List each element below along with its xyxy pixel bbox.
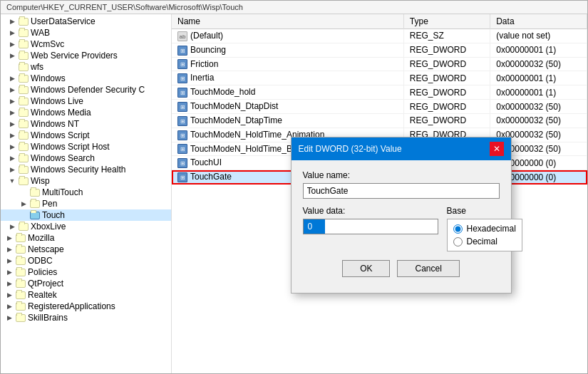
sidebar: UserDataService WAB WcmSvc Web Service P… [1, 14, 172, 373]
sidebar-item-qtproject[interactable]: QtProject [1, 278, 171, 289]
sidebar-item-windows-script[interactable]: Windows Script [1, 130, 171, 141]
arrow-icon [18, 200, 29, 207]
sidebar-item-xboxlive[interactable]: XboxLive [1, 221, 171, 232]
arrow-icon [6, 132, 18, 139]
value-data-label: Value data: [303, 206, 438, 216]
sidebar-item-wab[interactable]: WAB [1, 27, 171, 38]
radio-decimal[interactable]: Decimal [453, 237, 516, 246]
dialog-close-button[interactable]: ✕ [490, 142, 504, 156]
arrow-icon [4, 291, 15, 298]
sidebar-item-odbc[interactable]: ODBC [1, 255, 171, 266]
cancel-button[interactable]: Cancel [397, 260, 459, 277]
sidebar-item-label: ODBC [28, 256, 171, 266]
sidebar-item-label: MultiTouch [42, 187, 171, 197]
sidebar-item-label: WcmSvc [31, 39, 171, 49]
folder-icon [18, 153, 29, 163]
folder-icon [18, 85, 29, 95]
arrow-icon [4, 314, 15, 321]
sidebar-item-windows[interactable]: Windows [1, 73, 171, 84]
sidebar-item-label: UserDataService [31, 16, 171, 26]
folder-icon [18, 16, 29, 26]
folder-icon [15, 313, 26, 323]
edit-dword-dialog: Edit DWORD (32-bit) Value ✕ Value name: … [291, 137, 512, 294]
folder-icon [18, 222, 29, 232]
sidebar-item-label: Wisp [31, 176, 171, 186]
sidebar-item-label: Netscape [28, 244, 171, 254]
folder-icon [18, 96, 29, 106]
folder-icon [18, 142, 29, 152]
radio-dec-input[interactable] [453, 237, 463, 246]
folder-icon [29, 210, 41, 220]
ok-button[interactable]: OK [342, 260, 390, 277]
content-area: UserDataService WAB WcmSvc Web Service P… [1, 14, 587, 373]
sidebar-item-multitouch[interactable]: MultiTouch [1, 187, 171, 198]
radio-hex-input[interactable] [453, 224, 463, 234]
arrow-icon [4, 303, 15, 310]
sidebar-item-label: Web Service Providers [31, 51, 171, 61]
sidebar-item-policies[interactable]: Policies [1, 266, 171, 278]
value-name-input[interactable] [303, 183, 500, 199]
folder-icon [15, 244, 26, 254]
folder-icon [18, 165, 29, 175]
sidebar-item-wcmsvc[interactable]: WcmSvc [1, 38, 171, 50]
sidebar-item-registered-apps[interactable]: RegisteredApplications [1, 301, 171, 312]
value-data-box: Value data: 0 [303, 206, 438, 251]
arrow-icon [6, 86, 18, 93]
dialog-titlebar: Edit DWORD (32-bit) Value ✕ [292, 137, 511, 160]
arrow-icon [6, 109, 18, 116]
sidebar-item-wisp[interactable]: Wisp [1, 175, 171, 187]
sidebar-item-label: Windows Script Host [31, 142, 171, 152]
sidebar-item-windows-script-host[interactable]: Windows Script Host [1, 141, 171, 152]
radio-dec-label: Decimal [467, 237, 497, 246]
arrow-icon [6, 41, 18, 48]
sidebar-item-realtek[interactable]: Realtek [1, 289, 171, 301]
arrow-icon [4, 257, 15, 264]
arrow-icon [6, 98, 18, 105]
sidebar-item-user-data-service[interactable]: UserDataService [1, 16, 171, 27]
base-box: Base Hexadecimal Decimal [447, 206, 522, 251]
sidebar-item-skillbrains[interactable]: SkillBrains [1, 312, 171, 323]
folder-icon [18, 39, 29, 49]
radio-hexadecimal[interactable]: Hexadecimal [453, 224, 516, 234]
sidebar-item-windows-security-health[interactable]: Windows Security Health [1, 164, 171, 175]
sidebar-item-web-service-providers[interactable]: Web Service Providers [1, 50, 171, 61]
value-data-input[interactable] [325, 219, 438, 234]
folder-icon [15, 256, 26, 266]
dialog-row: Value data: 0 Base [303, 206, 500, 251]
sidebar-item-pen[interactable]: Pen [1, 198, 171, 209]
sidebar-item-label: Pen [42, 199, 171, 209]
sidebar-item-wfs[interactable]: wfs [1, 61, 171, 73]
folder-icon [15, 301, 26, 311]
sidebar-item-label: XboxLive [31, 222, 171, 232]
folder-icon [18, 176, 29, 186]
sidebar-item-label: Windows Script [31, 130, 171, 140]
sidebar-item-mozilla[interactable]: Mozilla [1, 232, 171, 244]
sidebar-item-windows-search[interactable]: Windows Search [1, 152, 171, 164]
sidebar-item-label: Windows Media [31, 108, 171, 118]
dialog-footer: OK Cancel [303, 260, 500, 284]
dialog-overlay: Edit DWORD (32-bit) Value ✕ Value name: … [172, 14, 587, 373]
sidebar-item-windows-nt[interactable]: Windows NT [1, 118, 171, 130]
sidebar-item-netscape[interactable]: Netscape [1, 244, 171, 255]
arrow-icon [6, 155, 18, 162]
arrow-icon [6, 120, 18, 128]
sidebar-item-label: Windows Live [31, 96, 171, 106]
sidebar-item-label: Windows Defender Security C [31, 85, 171, 95]
sidebar-item-label: QtProject [28, 279, 171, 289]
sidebar-item-label: WAB [31, 28, 171, 38]
address-bar: Computer\HKEY_CURRENT_USER\Software\Micr… [1, 1, 587, 14]
value-highlighted-text: 0 [304, 219, 325, 234]
sidebar-item-windows-defender[interactable]: Windows Defender Security C [1, 84, 171, 95]
sidebar-item-label: Touch [42, 210, 171, 220]
sidebar-item-windows-media[interactable]: Windows Media [1, 107, 171, 118]
sidebar-item-windows-live[interactable]: Windows Live [1, 95, 171, 107]
sidebar-item-label: Windows Search [31, 153, 171, 163]
address-label: Computer\HKEY_CURRENT_USER\Software\Micr… [6, 3, 243, 11]
folder-icon [18, 62, 29, 72]
main-panel: Name Type Data ab(Default) REG_SZ (va [172, 14, 587, 373]
sidebar-item-label: wfs [31, 62, 171, 72]
arrow-icon [6, 177, 18, 185]
sidebar-item-label: Windows Security Health [31, 165, 171, 175]
sidebar-item-touch[interactable]: Touch [1, 209, 171, 221]
folder-icon [29, 199, 41, 209]
